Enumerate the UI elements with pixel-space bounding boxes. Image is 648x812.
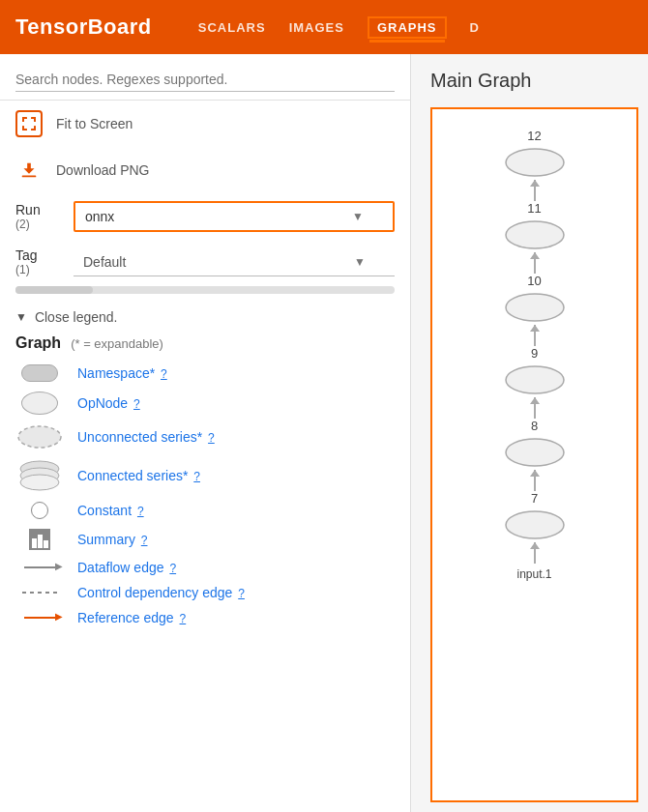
input-label: input.1 <box>516 567 551 581</box>
legend-title: Graph <box>15 334 61 352</box>
nav-scalars[interactable]: SCALARS <box>198 16 266 39</box>
legend-toggle[interactable]: ▼ Close legend. <box>0 300 410 331</box>
main-nav: SCALARS IMAGES GRAPHS D <box>198 16 480 39</box>
run-dropdown[interactable]: onnx ▼ <box>74 201 395 232</box>
run-label-group: Run (2) <box>15 202 64 231</box>
legend-item-namespace: Namespace* ? <box>15 360 395 387</box>
reference-icon <box>24 617 55 619</box>
svg-point-15 <box>506 294 564 321</box>
node-9-label: 9 <box>531 346 538 361</box>
summary-help[interactable]: ? <box>141 534 148 547</box>
constant-icon-area <box>15 502 64 519</box>
legend-item-control: Control dependency edge ? <box>15 580 395 605</box>
svg-rect-7 <box>34 126 36 130</box>
legend-subtitle: (* = expandable) <box>71 336 163 351</box>
download-png-label: Download PNG <box>56 162 150 178</box>
node-8[interactable]: 8 <box>501 419 569 470</box>
control-icon-area <box>15 592 64 594</box>
legend-item-opnode: OpNode ? <box>15 387 395 420</box>
svg-point-17 <box>506 439 564 466</box>
svg-rect-5 <box>22 126 24 130</box>
tag-selector-row: Tag (1) Default ▼ <box>0 240 410 284</box>
fit-to-screen-label: Fit to Screen <box>56 116 133 131</box>
node-11-ellipse <box>501 218 569 252</box>
legend-title-row: Graph (* = expandable) <box>15 334 395 352</box>
unconnected-icon-area <box>15 424 64 450</box>
graph-canvas[interactable]: 12 11 10 <box>430 107 638 802</box>
svg-rect-3 <box>34 117 36 122</box>
node-8-label: 8 <box>531 419 538 433</box>
namespace-help[interactable]: ? <box>161 367 167 381</box>
search-area <box>0 54 410 101</box>
control-icon <box>22 592 57 594</box>
dataflow-help[interactable]: ? <box>169 562 176 575</box>
namespace-icon <box>21 364 58 382</box>
dataflow-icon <box>24 566 55 568</box>
svg-rect-1 <box>22 117 24 122</box>
arrow-7-input <box>534 542 536 564</box>
reference-label: Reference edge ? <box>77 610 186 625</box>
namespace-label: Namespace* ? <box>77 365 167 381</box>
node-12-label: 12 <box>527 129 541 143</box>
namespace-icon-area <box>15 364 64 382</box>
svg-rect-8 <box>22 176 37 178</box>
nav-graphs[interactable]: GRAPHS <box>368 16 447 39</box>
svg-point-9 <box>18 426 61 448</box>
arrow-11-10 <box>534 252 536 274</box>
legend-item-unconnected: Unconnected series* ? <box>15 420 395 454</box>
tag-value: Default <box>83 254 126 270</box>
control-label: Control dependency edge ? <box>77 585 245 600</box>
node-11[interactable]: 11 <box>501 201 569 252</box>
horizontal-scrollbar[interactable] <box>15 286 395 294</box>
legend-toggle-label: Close legend. <box>35 309 118 325</box>
summary-label: Summary ? <box>77 532 147 547</box>
connected-help[interactable]: ? <box>193 470 200 483</box>
constant-help[interactable]: ? <box>137 505 144 518</box>
nav-d[interactable]: D <box>470 16 480 39</box>
download-icon <box>15 157 43 184</box>
main-layout: Fit to Screen Download PNG Run (2) <box>0 54 648 812</box>
svg-point-12 <box>20 475 59 490</box>
legend-item-constant: Constant ? <box>15 497 395 524</box>
node-9-ellipse <box>501 362 569 397</box>
node-8-ellipse <box>501 435 569 470</box>
fit-to-screen-button[interactable]: Fit to Screen <box>0 101 410 147</box>
search-input[interactable] <box>15 68 395 92</box>
unconnected-icon <box>15 424 64 450</box>
run-label: Run <box>15 202 64 218</box>
svg-point-16 <box>506 366 564 393</box>
tag-dropdown-arrow: ▼ <box>354 255 366 269</box>
node-9[interactable]: 9 <box>501 346 569 397</box>
run-value: onnx <box>85 209 114 224</box>
sidebar: Fit to Screen Download PNG Run (2) <box>0 54 411 812</box>
node-11-label: 11 <box>527 201 541 216</box>
reference-help[interactable]: ? <box>180 612 187 625</box>
unconnected-help[interactable]: ? <box>208 431 215 445</box>
tag-dropdown[interactable]: Default ▼ <box>74 248 395 276</box>
legend-section: Graph (* = expandable) Namespace* ? OpNo… <box>0 331 410 634</box>
node-10-label: 10 <box>527 274 541 288</box>
legend-item-dataflow: Dataflow edge ? <box>15 555 395 580</box>
node-7[interactable]: 7 <box>501 491 569 542</box>
dataflow-label: Dataflow edge ? <box>77 560 176 575</box>
legend-item-connected: Connected series* ? <box>15 454 395 497</box>
svg-point-13 <box>506 149 564 176</box>
summary-icon <box>29 529 50 550</box>
sidebar-scroll[interactable]: Fit to Screen Download PNG Run (2) <box>0 54 410 812</box>
arrow-12-11 <box>534 180 536 201</box>
opnode-label: OpNode ? <box>77 395 140 411</box>
nav-images[interactable]: IMAGES <box>289 16 344 39</box>
summary-icon-area <box>15 529 64 550</box>
node-12[interactable]: 12 <box>501 129 569 180</box>
opnode-icon <box>21 392 58 415</box>
fit-icon <box>15 110 43 137</box>
opnode-help[interactable]: ? <box>133 397 140 411</box>
download-png-button[interactable]: Download PNG <box>0 147 410 193</box>
dataflow-icon-area <box>15 566 64 568</box>
node-12-ellipse <box>501 145 569 180</box>
node-10[interactable]: 10 <box>501 274 569 325</box>
scrollbar-thumb <box>15 286 93 294</box>
header: TensorBoard SCALARS IMAGES GRAPHS D <box>0 0 648 54</box>
run-dropdown-arrow: ▼ <box>352 210 364 223</box>
control-help[interactable]: ? <box>238 587 245 600</box>
